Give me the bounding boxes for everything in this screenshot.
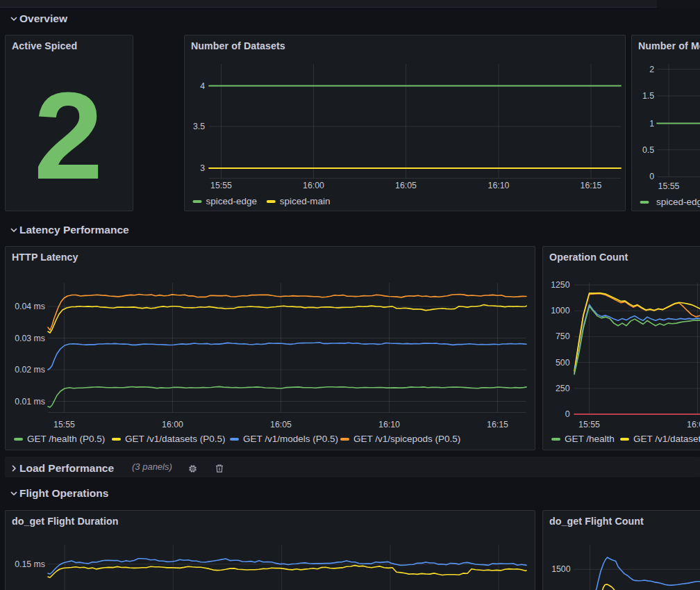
svg-text:0.01 ms: 0.01 ms <box>15 397 45 407</box>
svg-text:1.5: 1.5 <box>642 91 654 101</box>
svg-text:15:55: 15:55 <box>578 420 600 429</box>
svg-text:spiced-edge: spiced-edge <box>656 197 700 207</box>
svg-text:0.04 ms: 0.04 ms <box>15 302 45 311</box>
svg-text:GET /v1/datasets (P0.5): GET /v1/datasets (P0.5) <box>125 434 226 444</box>
svg-text:3: 3 <box>200 163 205 173</box>
svg-text:GET /v1/models (P0.5): GET /v1/models (P0.5) <box>243 434 338 444</box>
svg-text:15:55: 15:55 <box>210 181 232 190</box>
svg-text:16:00: 16:00 <box>687 420 700 429</box>
svg-text:GET /health (P0.5): GET /health (P0.5) <box>27 434 105 444</box>
svg-text:16:15: 16:15 <box>581 181 602 190</box>
svg-text:1: 1 <box>649 119 654 129</box>
svg-text:0.02 ms: 0.02 ms <box>15 365 45 375</box>
svg-text:0.15 ms: 0.15 ms <box>15 559 45 569</box>
svg-text:500: 500 <box>556 358 570 368</box>
svg-text:spiced-edge: spiced-edge <box>206 196 258 206</box>
svg-text:spiced-main: spiced-main <box>280 196 331 206</box>
svg-text:GET /v1/spicepods (P0.5): GET /v1/spicepods (P0.5) <box>353 434 460 444</box>
svg-text:15:55: 15:55 <box>53 420 75 429</box>
svg-text:0.5: 0.5 <box>642 145 654 155</box>
svg-text:0.03 ms: 0.03 ms <box>15 334 45 343</box>
svg-text:16:05: 16:05 <box>270 420 292 429</box>
svg-text:1000: 1000 <box>551 306 570 316</box>
svg-text:1250: 1250 <box>551 280 570 290</box>
svg-text:16:05: 16:05 <box>395 181 417 190</box>
svg-text:1500: 1500 <box>551 564 571 574</box>
svg-text:750: 750 <box>556 331 570 341</box>
svg-text:2: 2 <box>649 65 654 74</box>
svg-text:0: 0 <box>565 409 570 419</box>
svg-text:16:15: 16:15 <box>487 420 508 429</box>
svg-text:16:00: 16:00 <box>303 181 324 190</box>
svg-text:3.5: 3.5 <box>193 122 205 131</box>
svg-text:16:10: 16:10 <box>488 181 510 190</box>
svg-text:250: 250 <box>556 384 570 393</box>
svg-text:GET /v1/datasets: GET /v1/datasets <box>633 434 700 444</box>
svg-text:15:55: 15:55 <box>658 181 680 191</box>
svg-text:16:00: 16:00 <box>162 420 183 429</box>
svg-text:4: 4 <box>200 81 205 91</box>
svg-text:0: 0 <box>649 172 654 181</box>
svg-text:16:10: 16:10 <box>378 420 400 429</box>
svg-text:GET /health: GET /health <box>565 434 615 444</box>
